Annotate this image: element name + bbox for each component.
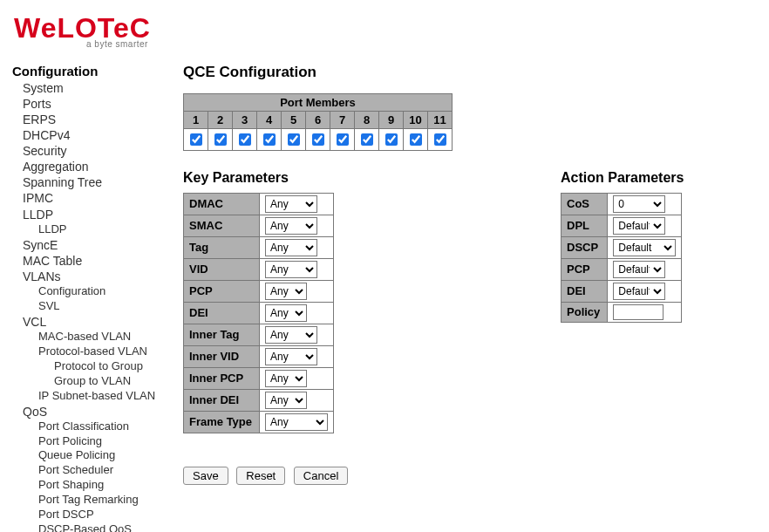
port-header-4: 4: [257, 111, 282, 128]
page-title: QCE Configuration: [183, 64, 760, 81]
port-header-3: 3: [233, 111, 257, 128]
nav-item-port-tag-remarking[interactable]: Port Tag Remarking: [12, 493, 167, 508]
key-parameters-heading: Key Parameters: [183, 170, 334, 186]
key-param-select-dmac[interactable]: Any: [265, 195, 317, 213]
sidebar: Configuration SystemPortsERPSDHCPv4Secur…: [0, 50, 174, 532]
port-checkbox-5[interactable]: [288, 133, 300, 146]
key-param-label-dei: DEI: [184, 302, 260, 324]
key-parameters-section: Key Parameters DMACAnySMACAnyTagAnyVIDAn…: [183, 151, 334, 433]
port-checkbox-3[interactable]: [239, 133, 251, 146]
key-param-select-pcp[interactable]: Any: [265, 283, 307, 300]
nav-item-lldp[interactable]: LLDP: [12, 207, 167, 222]
main-content: QCE Configuration Port Members 123456789…: [174, 50, 769, 485]
reset-button[interactable]: Reset: [236, 467, 285, 485]
port-header-11: 11: [428, 111, 453, 128]
key-param-select-inner-vid[interactable]: Any: [265, 348, 317, 365]
nav-item-protocol-to-group[interactable]: Protocol to Group: [12, 359, 167, 374]
nav-item-lldp[interactable]: LLDP: [12, 222, 167, 237]
save-button[interactable]: Save: [183, 467, 228, 485]
port-checkbox-11[interactable]: [434, 133, 446, 146]
header: WeLOTeC a byte smarter: [0, 0, 769, 50]
key-param-select-smac[interactable]: Any: [265, 217, 317, 235]
action-param-label-dscp: DSCP: [561, 236, 608, 258]
action-parameters-section: Action Parameters CoS0DPLDefaultDSCPDefa…: [561, 151, 684, 323]
nav-item-dhcpv4[interactable]: DHCPv4: [12, 127, 167, 143]
key-param-label-vid: VID: [184, 258, 260, 280]
nav-item-ip-subnet-based-vlan[interactable]: IP Subnet-based VLAN: [12, 389, 167, 404]
action-param-select-pcp[interactable]: Default: [613, 261, 665, 278]
brand-logo: WeLOTeC a byte smarter: [14, 16, 151, 48]
action-param-label-pcp: PCP: [561, 258, 608, 280]
port-header-7: 7: [330, 111, 355, 128]
nav-item-port-scheduler[interactable]: Port Scheduler: [12, 463, 167, 478]
port-checkbox-2[interactable]: [214, 133, 227, 146]
nav-item-ipmc[interactable]: IPMC: [12, 190, 167, 206]
key-param-label-dmac: DMAC: [184, 193, 260, 215]
key-param-label-inner-dei: Inner DEI: [184, 389, 260, 411]
action-param-select-dei[interactable]: Default: [613, 283, 665, 300]
nav-item-qos[interactable]: QoS: [12, 404, 167, 419]
action-param-select-cos[interactable]: 0: [613, 195, 665, 213]
key-param-select-vid[interactable]: Any: [265, 261, 317, 278]
nav-item-port-dscp[interactable]: Port DSCP: [12, 508, 167, 522]
key-param-label-frame-type: Frame Type: [184, 411, 260, 433]
nav-item-system[interactable]: System: [12, 80, 167, 96]
nav-item-dscp-based-qos[interactable]: DSCP-Based QoS: [12, 522, 167, 532]
nav-item-protocol-based-vlan[interactable]: Protocol-based VLAN: [12, 344, 167, 359]
port-members-table: Port Members 1234567891011: [183, 93, 453, 151]
port-header-5: 5: [282, 111, 306, 128]
key-param-label-pcp: PCP: [184, 280, 260, 302]
nav-item-port-shaping[interactable]: Port Shaping: [12, 478, 167, 493]
nav-item-vcl[interactable]: VCL: [12, 314, 167, 330]
port-checkbox-8[interactable]: [361, 133, 373, 146]
key-param-label-smac: SMAC: [184, 215, 260, 236]
port-header-6: 6: [306, 111, 330, 128]
sidebar-title: Configuration: [12, 64, 167, 78]
action-param-input-policy[interactable]: [613, 304, 664, 320]
key-param-label-tag: Tag: [184, 236, 260, 258]
key-param-select-inner-pcp[interactable]: Any: [265, 370, 307, 387]
action-param-label-policy: Policy: [561, 302, 608, 322]
port-checkbox-4[interactable]: [263, 133, 276, 146]
nav-item-ports[interactable]: Ports: [12, 96, 167, 112]
key-param-select-dei[interactable]: Any: [265, 304, 307, 322]
port-checkbox-10[interactable]: [410, 133, 422, 146]
action-parameters-heading: Action Parameters: [561, 170, 684, 186]
nav-item-spanning-tree[interactable]: Spanning Tree: [12, 174, 167, 190]
nav-tree: SystemPortsERPSDHCPv4SecurityAggregation…: [12, 80, 167, 532]
key-param-label-inner-vid: Inner VID: [184, 345, 260, 367]
nav-item-queue-policing[interactable]: Queue Policing: [12, 448, 167, 463]
action-param-select-dpl[interactable]: Default: [613, 217, 665, 235]
nav-item-svl[interactable]: SVL: [12, 299, 167, 314]
nav-item-port-classification[interactable]: Port Classification: [12, 419, 167, 434]
nav-item-erps[interactable]: ERPS: [12, 112, 167, 127]
nav-item-mac-table[interactable]: MAC Table: [12, 253, 167, 269]
nav-item-vlans[interactable]: VLANs: [12, 269, 167, 284]
port-checkbox-7[interactable]: [337, 133, 349, 146]
port-header-8: 8: [355, 111, 379, 128]
key-param-label-inner-pcp: Inner PCP: [184, 367, 260, 389]
key-param-select-inner-dei[interactable]: Any: [265, 392, 307, 409]
port-checkbox-1[interactable]: [190, 133, 202, 146]
port-header-10: 10: [404, 111, 428, 128]
port-members-header: Port Members: [184, 93, 453, 111]
port-checkbox-9[interactable]: [385, 133, 398, 146]
nav-item-group-to-vlan[interactable]: Group to VLAN: [12, 374, 167, 389]
nav-item-mac-based-vlan[interactable]: MAC-based VLAN: [12, 330, 167, 344]
key-param-select-tag[interactable]: Any: [265, 239, 317, 256]
nav-item-security[interactable]: Security: [12, 143, 167, 159]
cancel-button[interactable]: Cancel: [294, 467, 348, 485]
action-param-label-cos: CoS: [561, 193, 608, 215]
nav-item-synce[interactable]: SyncE: [12, 237, 167, 253]
action-param-select-dscp[interactable]: Default: [613, 239, 676, 256]
nav-item-aggregation[interactable]: Aggregation: [12, 159, 167, 174]
action-parameters-table: CoS0DPLDefaultDSCPDefaultPCPDefaultDEIDe…: [561, 193, 682, 323]
key-param-select-inner-tag[interactable]: Any: [265, 326, 317, 344]
nav-item-port-policing[interactable]: Port Policing: [12, 434, 167, 449]
action-param-label-dpl: DPL: [561, 215, 608, 236]
key-parameters-table: DMACAnySMACAnyTagAnyVIDAnyPCPAnyDEIAnyIn…: [183, 193, 334, 433]
port-checkbox-6[interactable]: [312, 133, 324, 146]
port-header-9: 9: [379, 111, 404, 128]
nav-item-configuration[interactable]: Configuration: [12, 284, 167, 299]
key-param-select-frame-type[interactable]: Any: [265, 413, 328, 431]
